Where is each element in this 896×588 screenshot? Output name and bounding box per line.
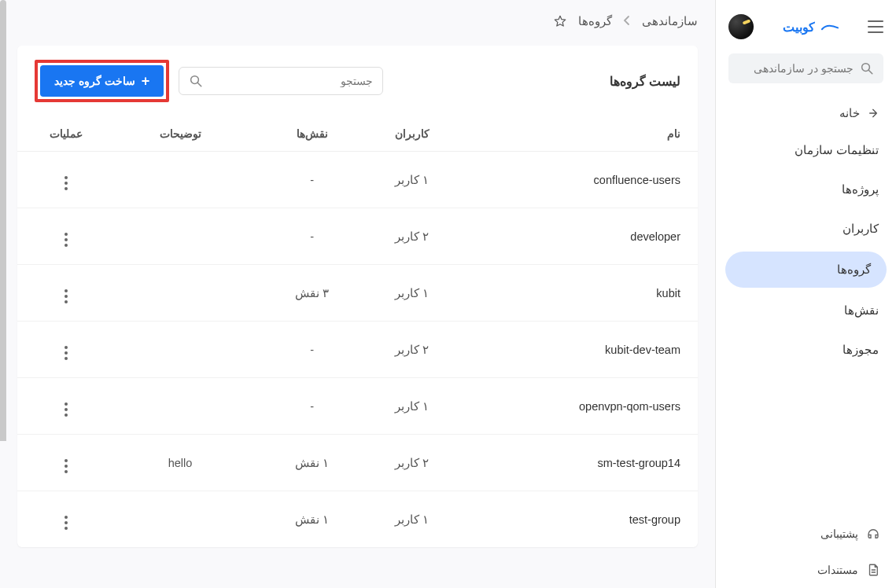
table-search[interactable] [179,67,383,95]
sidebar-header: کوبیت [716,0,896,53]
cell-name: kubit [462,287,680,300]
nav-home[interactable]: خانه [716,96,896,130]
cell-name: openvpn-qom-users [462,400,680,413]
kebab-menu-icon[interactable] [65,459,68,473]
cell-users: ۱ کاربر [362,513,462,526]
avatar[interactable] [728,14,754,39]
cell-ops [35,226,98,247]
sidebar-item-permissions[interactable]: مجوزها [716,330,896,369]
sidebar-item-label: نقش‌ها [844,303,879,317]
table-row[interactable]: kubit-dev-team۲ کاربر- [17,322,698,378]
sidebar: کوبیت خانه تنظیمات سازمان پروژه‌ها کاربر… [715,0,896,588]
document-icon [866,563,880,577]
header-actions: + ساخت گروه جدید [35,60,383,102]
cell-roles: - [262,230,362,243]
cell-roles: - [262,344,362,356]
sidebar-support-label: پشتیبانی [820,527,858,540]
sidebar-item-users[interactable]: کاربران [716,209,896,248]
sidebar-item-label: مجوزها [843,343,879,356]
cell-name: confluence-users [462,174,680,186]
sidebar-docs-label: مستندات [817,564,858,576]
kebab-menu-icon[interactable] [65,402,68,417]
search-icon [860,61,874,75]
cell-ops [35,509,98,530]
cell-ops [35,339,98,360]
logo-swoosh-icon [821,23,839,31]
table-body: confluence-users۱ کاربر-developer۲ کاربر… [17,152,698,547]
svg-line-3 [198,83,202,86]
new-group-button[interactable]: + ساخت گروه جدید [40,65,164,97]
cell-name: test-group [462,513,680,526]
cell-ops [35,452,98,473]
col-header-ops: عملیات [35,127,98,140]
breadcrumb: سازماندهی گروه‌ها [17,14,698,28]
search-icon [189,74,203,88]
plus-icon: + [142,74,150,88]
chevron-left-icon [623,15,631,28]
col-header-users: کاربران [362,127,462,140]
cell-users: ۱ کاربر [362,400,462,413]
kebab-menu-icon[interactable] [65,516,68,530]
cell-users: ۲ کاربر [362,457,462,469]
sidebar-item-label: پروژه‌ها [842,182,879,196]
cell-users: ۱ کاربر [362,174,462,186]
table-row[interactable]: openvpn-qom-users۱ کاربر- [17,378,698,435]
sidebar-search[interactable] [728,53,883,83]
hamburger-menu-icon[interactable] [868,20,883,33]
cell-ops [35,169,98,190]
breadcrumb-current: گروه‌ها [578,14,612,28]
table-search-input[interactable] [209,75,373,87]
cell-ops [35,282,98,303]
sidebar-item-groups[interactable]: گروه‌ها [725,252,887,288]
cell-roles: - [262,174,362,186]
star-icon[interactable] [553,14,567,28]
table-row[interactable]: sm-test-group14۲ کاربر۱ نقشhello [17,435,698,491]
page-title: لیست گروه‌ها [610,74,680,89]
sidebar-item-label: کاربران [843,222,879,235]
sidebar-item-label: گروه‌ها [837,263,871,276]
new-group-button-label: ساخت گروه جدید [54,75,135,87]
groups-table: نام کاربران نقش‌ها توضیحات عملیات conflu… [17,116,698,547]
cell-desc: hello [98,457,262,469]
col-header-name: نام [462,127,680,140]
cell-users: ۲ کاربر [362,230,462,243]
table-row[interactable]: developer۲ کاربر- [17,208,698,265]
brand-name: کوبیت [783,20,815,35]
col-header-roles: نقش‌ها [262,127,362,140]
cell-roles: - [262,400,362,413]
kebab-menu-icon[interactable] [65,233,68,247]
cell-users: ۱ کاربر [362,287,462,300]
cell-name: developer [462,230,680,243]
cell-name: kubit-dev-team [462,344,680,356]
kebab-menu-icon[interactable] [65,289,68,303]
sidebar-item-org-settings[interactable]: تنظیمات سازمان [716,130,896,170]
table-row[interactable]: confluence-users۱ کاربر- [17,152,698,208]
col-header-desc: توضیحات [98,127,262,140]
cell-roles: ۳ نقش [262,287,362,300]
brand-logo[interactable]: کوبیت [783,20,839,35]
cell-roles: ۱ نقش [262,513,362,526]
sidebar-support[interactable]: پشتیبانی [716,516,896,552]
kebab-menu-icon[interactable] [65,176,68,190]
table-header: نام کاربران نقش‌ها توضیحات عملیات [17,116,698,152]
cell-name: sm-test-group14 [462,457,680,469]
arrow-right-icon [868,107,880,119]
nav-home-label: خانه [839,107,860,119]
sidebar-item-projects[interactable]: پروژه‌ها [716,170,896,209]
highlight-annotation: + ساخت گروه جدید [35,60,169,102]
kebab-menu-icon[interactable] [65,346,68,360]
cell-users: ۲ کاربر [362,344,462,356]
sidebar-docs[interactable]: مستندات [716,552,896,588]
svg-line-1 [868,70,872,74]
scrollbar[interactable] [0,0,6,588]
main-content: سازماندهی گروه‌ها لیست گروه‌ها [0,0,715,588]
sidebar-search-input[interactable] [738,62,854,75]
cell-roles: ۱ نقش [262,457,362,469]
sidebar-item-roles[interactable]: نقش‌ها [716,291,896,330]
breadcrumb-root[interactable]: سازماندهی [642,14,698,28]
headset-icon [866,527,880,541]
table-row[interactable]: kubit۱ کاربر۳ نقش [17,265,698,322]
groups-card: لیست گروه‌ها + ساخت گروه جدید [17,46,698,547]
table-row[interactable]: test-group۱ کاربر۱ نقش [17,491,698,547]
sidebar-item-label: تنظیمات سازمان [795,143,879,156]
